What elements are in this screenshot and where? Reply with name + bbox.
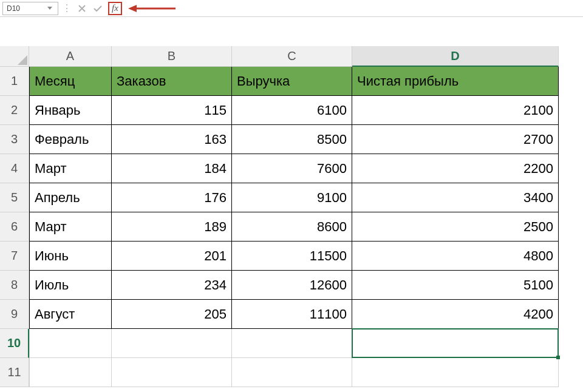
cell-D2[interactable]: 2100	[352, 96, 559, 125]
cell-D5[interactable]: 3400	[352, 183, 559, 212]
row-header-7[interactable]: 7	[0, 242, 29, 271]
select-all-corner[interactable]	[0, 46, 29, 67]
cell-D8[interactable]: 5100	[352, 271, 559, 300]
formula-bar-divider: ⋮	[61, 2, 73, 14]
cell-A5[interactable]: Апрель	[29, 183, 112, 212]
col-header-C[interactable]: C	[232, 46, 352, 67]
cell-D4[interactable]: 2200	[352, 154, 559, 183]
cell-A10[interactable]	[29, 329, 112, 358]
cancel-formula-button[interactable]	[75, 2, 89, 15]
row-header-2[interactable]: 2	[0, 96, 29, 125]
cell-D10[interactable]	[352, 329, 559, 358]
cell-B10[interactable]	[112, 329, 232, 358]
cell-C2[interactable]: 6100	[232, 96, 352, 125]
row-header-4[interactable]: 4	[0, 154, 29, 183]
annotation-arrow-icon	[128, 2, 177, 15]
cell-A7[interactable]: Июнь	[29, 242, 112, 271]
cell-A4[interactable]: Март	[29, 154, 112, 183]
cell-B5[interactable]: 176	[112, 183, 232, 212]
cell-C6[interactable]: 8600	[232, 212, 352, 242]
row-header-6[interactable]: 6	[0, 212, 29, 242]
row-header-8[interactable]: 8	[0, 271, 29, 300]
cell-A6[interactable]: Март	[29, 212, 112, 242]
cell-D11[interactable]	[352, 358, 559, 387]
row-header-9[interactable]: 9	[0, 300, 29, 329]
cell-D6[interactable]: 2500	[352, 212, 559, 242]
name-box-value: D10	[7, 4, 20, 13]
cell-B7[interactable]: 201	[112, 242, 232, 271]
row-header-5[interactable]: 5	[0, 183, 29, 212]
cell-C10[interactable]	[232, 329, 352, 358]
cell-D3[interactable]: 2700	[352, 125, 559, 154]
cell-D7[interactable]: 4800	[352, 242, 559, 271]
cell-B8[interactable]: 234	[112, 271, 232, 300]
cell-D9[interactable]: 4200	[352, 300, 559, 329]
cell-A8[interactable]: Июль	[29, 271, 112, 300]
col-header-D[interactable]: D	[352, 46, 559, 67]
col-header-A[interactable]: A	[29, 46, 112, 67]
cell-C9[interactable]: 11100	[232, 300, 352, 329]
cell-B9[interactable]: 205	[112, 300, 232, 329]
spacer	[0, 17, 583, 46]
row-header-1[interactable]: 1	[0, 67, 29, 96]
row-header-10[interactable]: 10	[0, 329, 29, 358]
formula-bar: D10 ⋮ fx	[0, 0, 583, 17]
insert-function-button[interactable]: fx	[108, 2, 122, 15]
col-header-B[interactable]: B	[112, 46, 232, 67]
cell-D1[interactable]: Чистая прибыль	[352, 67, 559, 96]
spreadsheet-grid: A B C D 1 Месяц Заказов Выручка Чистая п…	[0, 46, 583, 387]
cell-C3[interactable]: 8500	[232, 125, 352, 154]
cell-A3[interactable]: Февраль	[29, 125, 112, 154]
row-header-3[interactable]: 3	[0, 125, 29, 154]
cell-A1[interactable]: Месяц	[29, 67, 112, 96]
name-box-dropdown-icon[interactable]	[46, 7, 54, 10]
svg-marker-1	[128, 5, 137, 12]
cell-B6[interactable]: 189	[112, 212, 232, 242]
cell-A11[interactable]	[29, 358, 112, 387]
cell-C1[interactable]: Выручка	[232, 67, 352, 96]
cell-B4[interactable]: 184	[112, 154, 232, 183]
cell-C8[interactable]: 12600	[232, 271, 352, 300]
cell-C4[interactable]: 7600	[232, 154, 352, 183]
cell-B1[interactable]: Заказов	[112, 67, 232, 96]
row-header-11[interactable]: 11	[0, 358, 29, 387]
cell-A2[interactable]: Январь	[29, 96, 112, 125]
enter-formula-button[interactable]	[91, 2, 104, 15]
cell-C7[interactable]: 11500	[232, 242, 352, 271]
cell-B3[interactable]: 163	[112, 125, 232, 154]
cell-C11[interactable]	[232, 358, 352, 387]
fx-icon: fx	[112, 3, 118, 13]
cell-B11[interactable]	[112, 358, 232, 387]
cell-C5[interactable]: 9100	[232, 183, 352, 212]
cell-A9[interactable]: Август	[29, 300, 112, 329]
cell-B2[interactable]: 115	[112, 96, 232, 125]
name-box[interactable]: D10	[2, 2, 58, 15]
